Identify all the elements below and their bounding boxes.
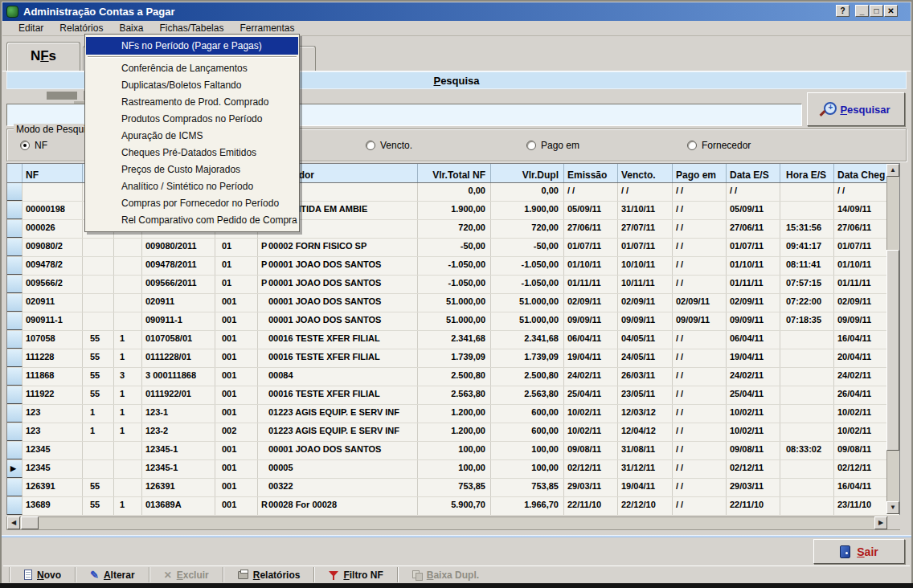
- table-row[interactable]: 126391 55 126391 001 00322 753,85 753,85…: [7, 479, 899, 497]
- cell-nf: 111228: [23, 349, 83, 367]
- cell-hora-es: [780, 386, 834, 404]
- row-indicator: [7, 202, 23, 219]
- radio-icon: [20, 141, 30, 150]
- cell-duplicata: 090911-1: [142, 312, 215, 330]
- row-indicator: [7, 220, 23, 238]
- menu-ferramentas[interactable]: Ferramentas: [240, 22, 294, 34]
- relatorios-button[interactable]: Relatórios: [230, 567, 309, 583]
- menu-item[interactable]: Preços de Custo Majorados: [86, 161, 298, 178]
- alterar-button[interactable]: ✎ Alterar: [82, 567, 143, 583]
- col-emissao: Emissão: [564, 164, 618, 182]
- menu-item[interactable]: Analítico / Sintético no Período: [86, 178, 298, 195]
- cell-pago-em: / /: [673, 183, 727, 201]
- radio-option[interactable]: Fornecedor: [687, 140, 751, 151]
- radio-option[interactable]: Vencto.: [366, 140, 412, 151]
- scroll-down-icon[interactable]: ▼: [886, 501, 899, 514]
- menu-item[interactable]: Rel Comparativo com Pedido de Compra: [86, 212, 298, 229]
- toolbar-separator: [313, 567, 315, 582]
- cell-fornecedor: P00002 FORN FISICO SP: [258, 239, 418, 256]
- excluir-button[interactable]: ✕ Excluir: [156, 567, 217, 583]
- cell-serie: [114, 257, 142, 275]
- maximize-button[interactable]: □: [870, 5, 883, 17]
- cell-vencto: 10/11/11: [618, 276, 673, 293]
- table-row[interactable]: 009478/2 009478/2011 01 P00001 JOAO DOS …: [7, 257, 899, 276]
- cell-nf: 009478/2: [23, 257, 83, 275]
- radio-option[interactable]: Pago em: [526, 140, 579, 151]
- vertical-scrollbar[interactable]: ▲ ▼: [886, 164, 899, 514]
- cell-nf: 12345: [23, 442, 83, 459]
- table-row[interactable]: 107058 55 1 0107058/01 001 00016 TESTE X…: [7, 331, 899, 349]
- table-row[interactable]: 111228 55 1 0111228/01 001 00016 TESTE X…: [7, 349, 899, 368]
- radio-option[interactable]: NF: [20, 140, 47, 151]
- table-row[interactable]: 090911-1 090911-1 001 00001 JOAO DOS SAN…: [7, 312, 899, 331]
- table-row[interactable]: 123 1 1 123-1 001 01223 AGIS EQUIP. E SE…: [7, 405, 899, 423]
- cell-data-cheg: 02/09/11: [834, 294, 888, 312]
- novo-button[interactable]: Novo: [16, 567, 69, 583]
- cell-vlr-dupl: 0,00: [491, 183, 564, 201]
- cell-serie: 1: [114, 497, 142, 515]
- cell-modelo: 55: [83, 349, 114, 367]
- filter-funnel-icon: [329, 570, 338, 580]
- menu-baixa[interactable]: Baixa: [119, 22, 143, 34]
- cell-pago-em: / /: [673, 386, 727, 404]
- scrollbar-corner: [888, 517, 902, 529]
- cell-data-cheg: 14/09/11: [834, 202, 888, 219]
- menu-relatorios[interactable]: Relatórios: [59, 22, 103, 34]
- row-indicator: [7, 405, 23, 423]
- table-row[interactable]: 009080/2 009080/2011 01 P00002 FORN FISI…: [7, 239, 899, 257]
- table-row[interactable]: 111922 55 1 0111922/01 001 00016 TESTE X…: [7, 386, 899, 405]
- pesquisar-button[interactable]: Pesquisar: [807, 92, 905, 126]
- cell-data-es: 09/09/11: [727, 312, 780, 330]
- menu-item-selected[interactable]: NFs no Período (Pagar e Pagas): [86, 37, 298, 55]
- baixa-dupl-button[interactable]: Baixa Dupl.: [404, 567, 487, 583]
- cell-parcela: 001: [215, 331, 258, 349]
- scroll-left-icon[interactable]: ◀: [7, 517, 20, 529]
- sair-label: Sair: [857, 545, 878, 558]
- cell-hora-es: 09:41:17: [780, 239, 834, 256]
- menu-item[interactable]: Apuração de ICMS: [86, 128, 298, 145]
- cell-vlr-total: 2.341,68: [418, 331, 491, 349]
- menu-item[interactable]: Cheques Pré-Datados Emitidos: [86, 145, 298, 161]
- menu-item[interactable]: Produtos Comprados no Período: [86, 111, 298, 128]
- horizontal-scroll-thumb[interactable]: [21, 517, 39, 529]
- table-row[interactable]: 009566/2 009566/2011 01 P00001 JOAO DOS …: [7, 276, 899, 294]
- sair-button[interactable]: Sair: [813, 539, 905, 564]
- menu-item[interactable]: Rastreamento de Prod. Comprado: [86, 94, 298, 111]
- cell-vlr-total: -1.050,00: [418, 257, 491, 275]
- table-row[interactable]: 13689 55 1 013689A 001 R00028 For 00028 …: [7, 497, 899, 516]
- table-row[interactable]: 111868 55 3 3 000111868 001 00084 2.500,…: [7, 368, 899, 386]
- row-indicator: [7, 257, 23, 275]
- cell-fornecedor: 00001 JOAO DOS SANTOS: [258, 442, 418, 459]
- menu-item[interactable]: Conferência de Lançamentos: [86, 60, 298, 77]
- menu-editar[interactable]: Editar: [18, 22, 43, 34]
- cell-hora-es: 08:11:41: [780, 257, 834, 275]
- menu-fichas-tabelas[interactable]: Fichas/Tabelas: [159, 22, 223, 34]
- scroll-up-icon[interactable]: ▲: [886, 164, 899, 177]
- menu-item[interactable]: Compras por Fornecedor no Período: [86, 195, 298, 212]
- cell-emissao: 25/04/11: [564, 386, 618, 404]
- table-row[interactable]: 123 1 1 123-2 002 01223 AGIS EQUIP. E SE…: [7, 423, 899, 442]
- minimize-button[interactable]: _: [855, 5, 869, 17]
- row-indicator: [7, 479, 23, 496]
- horizontal-scrollbar[interactable]: ◀ ▶: [6, 517, 900, 530]
- toolbar-separator: [223, 567, 224, 582]
- cell-duplicata: 013689A: [142, 497, 215, 515]
- cell-fornecedor: R00028 For 00028: [258, 497, 418, 515]
- help-button[interactable]: ?: [836, 5, 850, 17]
- menu-item[interactable]: Duplicatas/Boletos Faltando: [86, 77, 298, 94]
- col-pago-em: Pago em: [673, 164, 727, 182]
- filtro-nf-button[interactable]: Filtro NF: [321, 567, 391, 583]
- cell-vlr-dupl: 51.000,00: [491, 294, 564, 312]
- table-row[interactable]: 12345 12345-1 001 00001 JOAO DOS SANTOS …: [7, 442, 899, 460]
- col-nf: NF: [23, 164, 83, 182]
- vertical-scroll-thumb[interactable]: [886, 250, 899, 451]
- close-button[interactable]: ✕: [884, 5, 898, 17]
- cell-duplicata: 12345-1: [142, 460, 215, 478]
- tab-nfs[interactable]: NFs: [6, 42, 80, 71]
- cell-nf: 009566/2: [23, 276, 83, 293]
- table-row[interactable]: 12345 12345-1 001 00005 100,00 100,00 02…: [7, 460, 899, 479]
- cell-emissao: 24/02/11: [564, 368, 618, 386]
- scroll-right-icon[interactable]: ▶: [874, 517, 887, 529]
- cell-hora-es: [780, 331, 834, 349]
- table-row[interactable]: 020911 020911 001 00001 JOAO DOS SANTOS …: [7, 294, 899, 312]
